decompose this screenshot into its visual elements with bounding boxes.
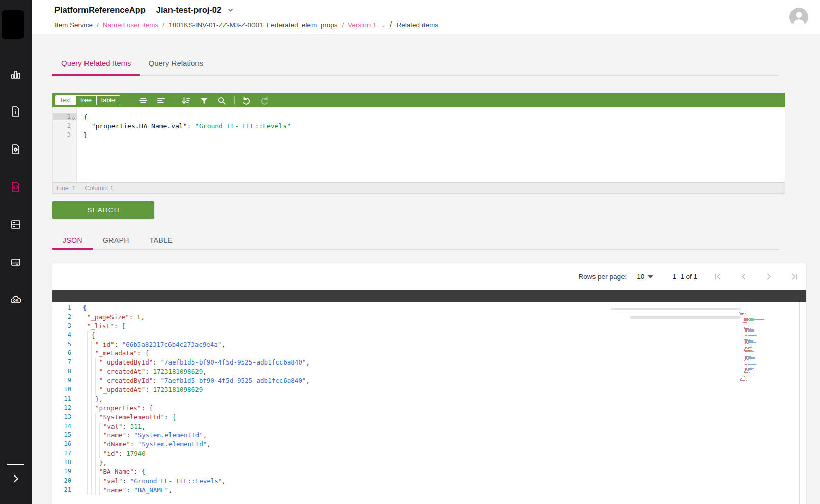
fold-toggle-icon[interactable] <box>71 115 76 119</box>
tab-graph[interactable]: GRAPH <box>93 232 139 250</box>
code-token: "_id" <box>95 340 115 349</box>
tab-query-relations[interactable]: Query Relations <box>140 51 212 76</box>
prev-page-button[interactable] <box>738 272 748 282</box>
minimap-token <box>744 376 745 377</box>
search-button[interactable] <box>216 95 228 106</box>
indent-guides <box>83 467 99 477</box>
filter-button[interactable] <box>199 95 210 106</box>
indent-guides <box>83 340 95 349</box>
mode-button-table[interactable]: table <box>97 96 120 105</box>
sidebar-expand-button[interactable] <box>10 472 22 485</box>
sidebar-item-file-gear[interactable] <box>10 143 22 155</box>
sidebar-item-hard-drive[interactable] <box>10 256 22 268</box>
minimap-token <box>744 320 748 321</box>
avatar[interactable] <box>789 8 808 26</box>
code-token: : <box>141 404 149 413</box>
code-token: : <box>115 340 122 349</box>
minimap-line <box>739 381 772 381</box>
indent-guides <box>83 449 103 458</box>
code-text: { <box>77 113 88 121</box>
result-line: 19"BA Name": { <box>52 467 806 477</box>
sidebar-item-file-code[interactable] <box>10 181 22 193</box>
breadcrumb-separator: / <box>162 21 164 29</box>
next-page-button[interactable] <box>764 272 774 282</box>
rows-per-page-select[interactable]: 10 <box>637 273 653 281</box>
code-token: , <box>306 376 310 385</box>
code-token: "7aefb1d5-bf90-4f5d-9525-adb1fcc6a840" <box>160 376 306 385</box>
last-page-button[interactable] <box>789 272 799 282</box>
sidebar-item-bar-chart[interactable] <box>10 68 22 80</box>
code-token: "System.elementId" <box>134 431 203 440</box>
minimap-token <box>747 332 749 332</box>
code-token: "BA Name" <box>99 467 134 477</box>
editor-mode-group: texttreetable <box>55 95 120 105</box>
editor-toolbar: texttreetable <box>52 93 785 107</box>
json-result-viewer[interactable]: 1{2"_pageSize": 1,3"_list": [4{5"_id": "… <box>52 302 806 504</box>
format-button[interactable] <box>156 95 167 106</box>
code-token: "properties" <box>95 404 141 413</box>
code-token <box>83 122 92 130</box>
sidebar-item-archive[interactable] <box>10 218 22 231</box>
editor-line: 3} <box>53 130 785 139</box>
breadcrumb-separator: / <box>342 21 344 29</box>
header: PlatformReferenceApp Jian-test-proj-02 I… <box>32 0 820 34</box>
minimap-token <box>745 338 746 338</box>
search-button[interactable]: SEARCH <box>52 201 154 219</box>
breadcrumb-separator: / <box>97 21 99 29</box>
mode-button-tree[interactable]: tree <box>76 96 97 105</box>
minimap[interactable] <box>739 312 772 388</box>
line-number: 8 <box>52 367 71 376</box>
cloud-om-icon: OM <box>10 294 22 306</box>
redo-button[interactable] <box>259 95 270 106</box>
line-number: 9 <box>52 376 71 385</box>
minimap-token <box>740 380 745 381</box>
code-token: "_createdById" <box>99 376 153 385</box>
code-token: : <box>130 440 138 449</box>
first-page-button[interactable] <box>713 272 723 282</box>
gutter-gap <box>71 358 83 367</box>
result-line: 8"_createdAt": 1723181098629, <box>52 367 806 376</box>
result-line: 21"name": "BA_NAME", <box>52 486 806 495</box>
decoration-bar <box>630 316 741 319</box>
minimap-token <box>745 313 746 314</box>
breadcrumb-item-version-1[interactable]: Version 1 <box>348 21 376 29</box>
result-line: 7"_updatedById": "7aefb1d5-bf90-4f5d-952… <box>52 358 806 367</box>
editor-body[interactable]: 1{2 "properties.BA Name.val": "Ground FL… <box>52 107 785 182</box>
line-number: 7 <box>52 358 71 367</box>
breadcrumb: Item Service/Named user items/1801KS-INV… <box>54 20 438 30</box>
code-token: : <box>123 477 130 486</box>
query-tabs: Query Related ItemsQuery Relations <box>52 51 780 76</box>
tab-query-related-items[interactable]: Query Related Items <box>52 51 140 76</box>
code-token: "SystemelementId" <box>99 413 164 422</box>
code-token: { <box>83 303 87 313</box>
mode-button-text[interactable]: text <box>56 96 76 105</box>
app-title: PlatformReferenceApp <box>54 5 146 15</box>
app-logo <box>2 10 24 39</box>
indent-guides <box>83 376 99 385</box>
result-line: 14"val": 311, <box>52 422 806 431</box>
line-number: 6 <box>52 349 71 358</box>
undo-button[interactable] <box>241 95 252 106</box>
compact-button[interactable] <box>138 95 149 106</box>
format-icon <box>156 96 166 105</box>
sidebar-item-file-info[interactable] <box>10 105 22 118</box>
tab-table[interactable]: TABLE <box>139 232 183 250</box>
chevron-down-icon[interactable]: ⌄ <box>382 22 386 28</box>
minimap-token <box>748 364 756 365</box>
minimap-token <box>745 348 746 349</box>
file-code-icon <box>10 181 22 193</box>
code-token: "Ground FL- FFL::Levels" <box>130 477 222 486</box>
code-token: "_updatedAt" <box>99 385 145 395</box>
sidebar-item-cloud-om[interactable]: OM <box>10 294 22 306</box>
sort-button[interactable] <box>181 95 192 106</box>
minimap-token <box>747 370 749 371</box>
project-selector[interactable]: Jian-test-proj-02 <box>156 5 221 15</box>
breadcrumb-item-named-user-items[interactable]: Named user items <box>103 21 159 29</box>
minimap-token <box>747 376 749 376</box>
code-token: { <box>142 467 146 477</box>
tab-json[interactable]: JSON <box>52 232 93 250</box>
chevron-down-icon[interactable] <box>228 7 233 13</box>
code-token: : <box>187 122 195 130</box>
compact-icon <box>138 96 148 105</box>
code-token: , <box>140 313 145 322</box>
